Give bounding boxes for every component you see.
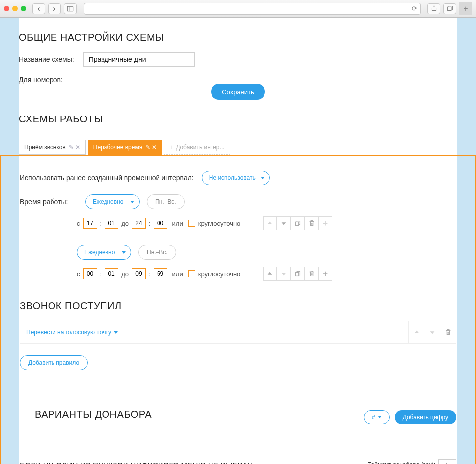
schemes-heading: СХЕМЫ РАБОТЫ [19,114,457,125]
svg-rect-4 [296,272,299,276]
time-from-min-2[interactable] [105,268,118,279]
from-label: с [77,220,80,227]
browser-toolbar: ‹ › ⟳ + [0,0,476,18]
rule-action-value: Перевести на голосовую почту [26,329,111,336]
add-digit-button[interactable]: Добавить цифру [395,410,456,424]
digit-select[interactable]: # [364,410,390,424]
add-button[interactable] [318,267,332,281]
tabs: Приём звонков ✎ ✕ Нерабочее время [19,140,457,155]
interval-select[interactable]: Не использовать [202,171,270,185]
frequency-value-2: Ежедневно [84,249,115,256]
timeout-label: Таймаут донабора (сек): [368,461,435,464]
share-button[interactable] [427,3,440,14]
or-label: или [172,220,183,227]
maximize-window-icon[interactable] [21,6,26,11]
tabs-button[interactable] [443,3,456,14]
time-from-hour[interactable] [83,218,97,229]
interval-label: Использовать ранее созданный временной и… [20,174,194,182]
time-to-hour-2[interactable] [132,268,146,279]
close-icon[interactable]: ✕ [75,144,80,151]
time-from-hour-2[interactable] [83,268,97,279]
allday-checkbox-2[interactable] [188,270,195,277]
interval-select-value: Не использовать [209,174,256,181]
time-row-2: с : до : или круглосуточно [77,267,456,281]
dial-heading: ВАРИАНТЫ ДОНАБОРА [35,409,152,420]
close-window-icon[interactable] [4,6,9,11]
move-up-button[interactable] [263,267,277,281]
rule-row: Перевести на голосовую почту [20,321,456,344]
general-heading: ОБЩИЕ НАСТРОЙКИ СХЕМЫ [19,32,457,43]
frequency-select[interactable]: Ежедневно [85,194,140,209]
copy-button[interactable] [291,267,305,281]
tab-nonworking-time[interactable]: Нерабочее время ✎ ✕ [88,140,162,155]
rule-delete[interactable] [440,321,456,343]
digit-value: # [372,414,375,421]
pencil-icon[interactable]: ✎ [69,144,74,151]
address-bar[interactable]: ⟳ [84,3,421,15]
timeout-input[interactable] [438,459,456,464]
scheme-name-input[interactable] [83,52,195,67]
time-row-1: с : до : или круглосуточно [77,216,456,230]
svg-rect-3 [296,222,299,225]
tab-incoming-calls[interactable]: Приём звонков ✎ ✕ [19,140,86,155]
rule-move-up[interactable] [408,321,424,343]
call-heading: ЗВОНОК ПОСТУПИЛ [20,300,456,312]
move-down-button[interactable] [277,216,291,230]
days-range[interactable]: Пн.–Вс. [147,194,185,209]
delete-button[interactable] [305,216,318,230]
frequency-value: Ежедневно [93,198,123,205]
tab-add-interval[interactable]: + Добавить интер... [164,140,230,155]
move-down-button[interactable] [277,267,291,281]
new-tab-button[interactable]: + [459,2,472,15]
allday-label: круглосуточно [198,220,241,227]
sidebar-toggle-button[interactable] [64,3,77,14]
rule-action-select[interactable]: Перевести на голосовую почту [20,321,124,343]
rule-move-down[interactable] [424,321,440,343]
copy-button[interactable] [291,216,305,230]
close-icon[interactable]: ✕ [152,144,157,151]
time-to-min-2[interactable] [154,268,167,279]
scheme-name-label: Название схемы: [19,56,74,63]
to-label: до [121,220,129,227]
add-rule-button[interactable]: Добавить правило [20,355,88,370]
work-panel: Использовать ранее созданный временной и… [0,155,476,464]
svg-rect-2 [447,7,451,10]
minimize-window-icon[interactable] [12,6,18,11]
days-range-2[interactable]: Пн.–Вс. [138,245,176,260]
tab-label: Нерабочее время [93,144,142,151]
allday-checkbox[interactable] [188,220,195,227]
pencil-icon[interactable]: ✎ [145,144,150,151]
window-controls [4,6,26,11]
svg-rect-0 [67,6,73,11]
time-from-min[interactable] [105,218,118,229]
numbers-label: Для номеров: [19,76,63,84]
plus-icon: + [169,144,173,151]
tab-label: Добавить интер... [176,144,224,151]
forward-button[interactable]: › [48,3,61,14]
reload-icon[interactable]: ⟳ [412,5,417,12]
frequency-select-2[interactable]: Ежедневно [77,245,131,260]
fallback-heading: ЕСЛИ НИ ОДИН ИЗ ПУНКТОВ ЦИФРОВОГО МЕНЮ Н… [20,461,253,464]
delete-button[interactable] [305,267,318,281]
tab-label: Приём звонков [24,144,66,151]
save-button[interactable]: Сохранить [211,84,265,100]
move-up-button[interactable] [263,216,277,230]
time-to-hour[interactable] [132,218,146,229]
add-button[interactable] [318,216,332,230]
worktime-label: Время работы: [20,198,69,206]
time-to-min[interactable] [154,218,167,229]
back-button[interactable]: ‹ [32,3,45,14]
